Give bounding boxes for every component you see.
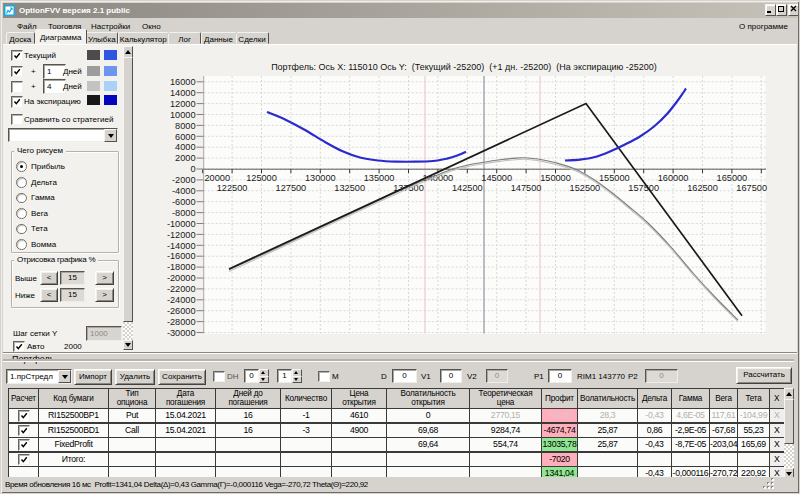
svg-text:135000: 135000: [364, 173, 395, 183]
svg-text:162500: 162500: [687, 183, 718, 193]
svg-text:-16000: -16000: [167, 251, 196, 261]
svg-text:-18000: -18000: [167, 262, 196, 272]
svg-text:8000: 8000: [175, 121, 195, 131]
svg-text:10000: 10000: [170, 110, 196, 120]
svg-text:2000: 2000: [175, 153, 195, 163]
svg-text:-6000: -6000: [172, 197, 196, 207]
svg-text:-20000: -20000: [167, 273, 196, 283]
svg-text:125000: 125000: [246, 173, 277, 183]
svg-text:157500: 157500: [628, 183, 659, 193]
svg-text:-30000: -30000: [167, 328, 196, 338]
svg-text:-2000: -2000: [172, 175, 196, 185]
svg-text:-24000: -24000: [167, 295, 196, 305]
svg-text:Портфель: Ось X: 115010 Ось Y:: Портфель: Ось X: 115010 Ось Y: (Текущий …: [271, 62, 657, 72]
svg-text:-4000: -4000: [172, 186, 196, 196]
svg-text:-8000: -8000: [172, 208, 196, 218]
svg-text:16000: 16000: [170, 77, 196, 87]
svg-text:142500: 142500: [452, 183, 483, 193]
svg-text:165000: 165000: [717, 173, 748, 183]
svg-text:127500: 127500: [276, 183, 307, 193]
svg-text:152500: 152500: [570, 183, 601, 193]
svg-text:-12000: -12000: [167, 230, 196, 240]
svg-text:150000: 150000: [540, 173, 571, 183]
svg-text:20000: 20000: [205, 173, 231, 183]
svg-text:122500: 122500: [217, 183, 248, 193]
svg-text:-10000: -10000: [167, 219, 196, 229]
svg-text:14000: 14000: [170, 88, 196, 98]
svg-text:4000: 4000: [175, 142, 195, 152]
svg-text:6000: 6000: [175, 132, 195, 142]
svg-text:-28000: -28000: [167, 317, 196, 327]
svg-text:-22000: -22000: [167, 284, 196, 294]
svg-text:130000: 130000: [305, 173, 336, 183]
svg-text:132500: 132500: [334, 183, 365, 193]
svg-text:-14000: -14000: [167, 241, 196, 251]
svg-text:12000: 12000: [170, 99, 196, 109]
svg-text:147500: 147500: [511, 183, 542, 193]
svg-text:167500: 167500: [736, 183, 767, 193]
svg-text:155000: 155000: [599, 173, 630, 183]
svg-text:160000: 160000: [658, 173, 689, 183]
svg-text:145000: 145000: [481, 173, 512, 183]
svg-text:0: 0: [190, 164, 195, 174]
svg-text:-26000: -26000: [167, 306, 196, 316]
